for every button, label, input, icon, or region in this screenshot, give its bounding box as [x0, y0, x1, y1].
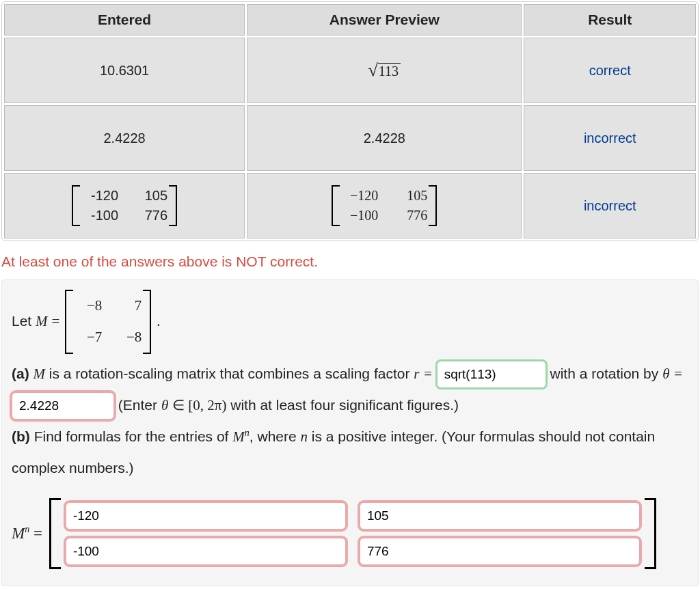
cell-result: incorrect: [524, 173, 696, 238]
input-m22[interactable]: [360, 538, 640, 565]
matrix-input: [49, 498, 656, 569]
matrix-M: −8 7 −7 −8: [65, 290, 151, 354]
col-entered: Entered: [4, 4, 245, 36]
results-table: Entered Answer Preview Result 10.6301√11…: [1, 1, 699, 241]
table-row: 2.42282.4228incorrect: [4, 105, 696, 171]
cell-preview: 2.4228: [247, 105, 522, 171]
entered-matrix: -120105-100776: [72, 185, 177, 226]
col-preview: Answer Preview: [247, 4, 522, 36]
let-m-row: Let M = −8 7 −7 −8 .: [12, 290, 688, 354]
mn-label: Mn =: [12, 519, 42, 549]
cell-result: incorrect: [524, 105, 696, 171]
input-m12[interactable]: [360, 502, 640, 530]
cell-result: correct: [524, 38, 696, 103]
table-row: -120105-100776−120105−100776incorrect: [4, 173, 696, 238]
input-theta[interactable]: [12, 392, 114, 420]
part-a: (a) M is a rotation-scaling matrix that …: [12, 358, 688, 421]
bracket-right-icon: [647, 498, 656, 569]
sqrt-icon: √113: [368, 64, 401, 79]
cell-preview: −120105−100776: [247, 173, 522, 238]
bracket-left-icon: [49, 498, 59, 569]
input-m11[interactable]: [66, 502, 346, 530]
input-m21[interactable]: [66, 538, 346, 565]
mn-equation: Mn =: [12, 498, 688, 569]
cell-entered: -120105-100776: [4, 173, 245, 238]
warning-text: At least one of the answers above is NOT…: [1, 254, 699, 270]
cell-preview: √113: [247, 38, 522, 103]
let-text: Let M =: [12, 307, 59, 335]
preview-matrix: −120105−100776: [332, 185, 437, 226]
part-b: (b) Find formulas for the entries of Mn,…: [12, 421, 688, 484]
table-row: 10.6301√113correct: [4, 38, 696, 103]
cell-entered: 2.4228: [4, 105, 245, 171]
cell-entered: 10.6301: [4, 38, 245, 103]
col-result: Result: [524, 4, 696, 36]
problem-box: Let M = −8 7 −7 −8 . (a) M is a rotation…: [1, 279, 699, 586]
theta-hint: (Enter θ ∈ [0, 2π) with at least four si…: [118, 397, 459, 413]
input-r[interactable]: [437, 361, 546, 388]
